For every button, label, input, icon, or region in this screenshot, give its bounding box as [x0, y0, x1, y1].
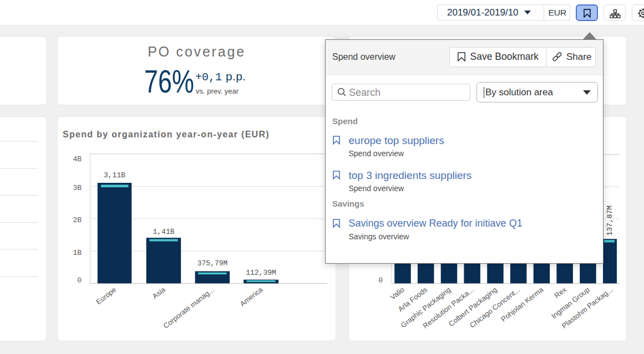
svg-text:1,41B: 1,41B [153, 228, 174, 236]
svg-text:Valio: Valio [389, 285, 406, 301]
svg-text:Asia: Asia [151, 285, 168, 301]
svg-text:Rex: Rex [552, 285, 568, 300]
svg-text:3,11B: 3,11B [104, 171, 125, 179]
svg-text:0: 0 [77, 276, 82, 285]
svg-text:375,79M: 375,79M [197, 259, 228, 268]
svg-text:2B: 2B [73, 216, 82, 224]
svg-text:America: America [239, 285, 265, 309]
svg-text:3B: 3B [73, 184, 82, 192]
svg-text:112,39M: 112,39M [246, 269, 276, 277]
svg-text:0: 0 [378, 276, 383, 285]
svg-text:Pohjolan Kerma: Pohjolan Kerma [499, 285, 545, 324]
svg-text:1B: 1B [73, 249, 82, 257]
svg-text:4B: 4B [73, 155, 82, 163]
svg-text:Corporate manag...: Corporate manag... [161, 285, 216, 330]
svg-text:Europe: Europe [94, 285, 118, 306]
svg-text:137,87M: 137,87M [606, 206, 614, 236]
